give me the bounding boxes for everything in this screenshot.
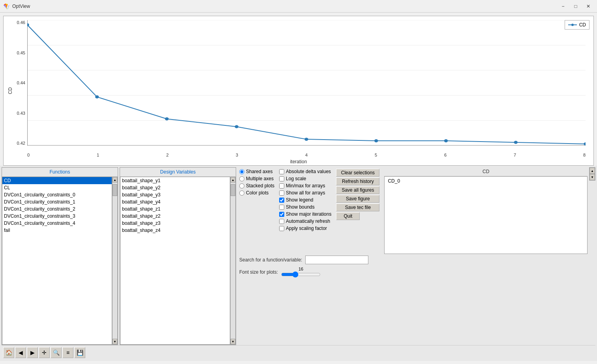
right-scrollbar[interactable]: ▲ ▼	[589, 167, 595, 181]
list-item[interactable]: boattail_shape_y4	[120, 198, 230, 205]
controls-top-row: Shared axes Multiple axes Stacked plots …	[238, 167, 595, 254]
forward-button[interactable]: ▶	[27, 347, 38, 358]
list-item[interactable]: DVCon1_circularity_constraints_2	[2, 205, 112, 213]
list-item[interactable]: DVCon1_circularity_constraints_3	[2, 213, 112, 220]
scroll-down-arrow[interactable]: ▼	[231, 339, 235, 344]
list-item[interactable]: boattail_shape_z4	[120, 227, 230, 234]
checkbox-group-1: Absolute delta values Log scale Min/max …	[278, 167, 333, 233]
bottom-panel: Functions CD CL DVCon1_circularity_const…	[0, 166, 597, 361]
checkbox-show-legend[interactable]: Show legend	[279, 197, 331, 203]
chart-plot	[27, 20, 586, 146]
titlebar-left: 🪁 OptView	[3, 3, 30, 9]
list-item[interactable]: boattail_shape_y1	[120, 177, 230, 184]
design-variables-list[interactable]: boattail_shape_y1 boattail_shape_y2 boat…	[120, 177, 230, 345]
functions-scrollbar[interactable]: ▲ ▼	[112, 177, 118, 345]
app-icon: 🪁	[3, 3, 10, 9]
legend-label: CD	[579, 22, 586, 28]
svg-point-9	[95, 95, 99, 99]
checkbox-absolute-delta[interactable]: Absolute delta values	[279, 169, 331, 174]
minimize-button[interactable]: −	[558, 2, 569, 10]
list-item[interactable]: CD_0	[386, 177, 586, 185]
save-all-figures-button[interactable]: Save all figures	[336, 186, 379, 194]
y-axis-labels: 0.46 0.45 0.44 0.43 0.42	[11, 20, 25, 146]
functions-list[interactable]: CD CL DVCon1_circularity_constraints_0 D…	[2, 177, 112, 345]
checkbox-show-major-iterations[interactable]: Show major iterations	[279, 211, 331, 217]
search-row: Search for a function/variable:	[238, 255, 595, 265]
font-size-row: Font size for plots: 16	[238, 266, 595, 278]
checkbox-apply-scaling[interactable]: Apply scaling factor	[279, 226, 331, 231]
scroll-thumb[interactable]	[113, 184, 117, 196]
list-item[interactable]: DVCon1_circularity_constraints_0	[2, 191, 112, 198]
font-size-slider-container: 16	[281, 267, 321, 278]
scroll-down-arrow[interactable]: ▼	[113, 339, 117, 344]
chart-xlabel: iteration	[290, 159, 307, 164]
list-item[interactable]: CD	[2, 177, 112, 184]
legend-line-icon	[568, 23, 577, 27]
svg-point-13	[374, 139, 378, 142]
svg-point-10	[165, 117, 169, 120]
scroll-up-arrow[interactable]: ▲	[589, 168, 595, 174]
font-size-label: Font size for plots:	[239, 269, 278, 275]
x-axis-labels: 0 1 2 3 4 5 6 7 8	[27, 153, 586, 157]
save-button[interactable]: 💾	[74, 347, 85, 358]
checkbox-minmax-arrays[interactable]: Min/max for arrays	[279, 183, 331, 189]
checkbox-show-all-arrays[interactable]: Show all for arrays	[279, 190, 331, 196]
font-size-slider[interactable]	[281, 271, 321, 278]
design-variables-header: Design Variables	[120, 168, 236, 177]
list-item[interactable]: DVCon1_circularity_constraints_4	[2, 220, 112, 227]
list-item[interactable]: CL	[2, 184, 112, 191]
window-controls: − □ ✕	[558, 2, 594, 10]
list-item[interactable]: fail	[2, 227, 112, 234]
main-bottom-row: Functions CD CL DVCon1_circularity_const…	[2, 167, 595, 345]
settings-button[interactable]: ≡	[62, 347, 73, 358]
save-tec-file-button[interactable]: Save tec file	[336, 203, 379, 211]
zoom-button[interactable]: ✛	[39, 347, 50, 358]
chart-svg	[27, 20, 586, 146]
radio-stacked-plots[interactable]: Stacked plots	[239, 183, 274, 189]
scroll-thumb[interactable]	[231, 184, 235, 196]
back-button[interactable]: ◀	[15, 347, 26, 358]
controls-area: Shared axes Multiple axes Stacked plots …	[238, 167, 595, 345]
checkbox-show-bounds[interactable]: Show bounds	[279, 204, 331, 210]
list-item[interactable]: DVCon1_circularity_constraints_1	[2, 198, 112, 205]
clear-selections-button[interactable]: Clear selections	[336, 169, 379, 177]
svg-point-16	[584, 142, 586, 146]
action-buttons: Clear selections Refresh history Save al…	[334, 167, 381, 222]
cd-panel-header: CD	[384, 167, 588, 176]
home-button[interactable]: 🏠	[3, 347, 14, 358]
toolbar: 🏠 ◀ ▶ ✛ 🔍 ≡ 💾	[2, 345, 595, 359]
app-title: OptView	[12, 4, 30, 9]
radio-shared-axes[interactable]: Shared axes	[239, 169, 274, 174]
radio-multiple-axes[interactable]: Multiple axes	[239, 176, 274, 181]
titlebar: 🪁 OptView − □ ✕	[0, 0, 597, 13]
svg-point-14	[444, 139, 448, 142]
list-item[interactable]: boattail_shape_z1	[120, 205, 230, 213]
cd-list[interactable]: CD_0	[384, 176, 588, 254]
svg-point-12	[304, 138, 308, 141]
scroll-down-arrow[interactable]: ▼	[589, 174, 595, 180]
chart-area: CD 0.46 0.45 0.44 0.43 0.42	[3, 16, 594, 166]
design-variables-scrollbar[interactable]: ▲ ▼	[230, 177, 236, 345]
refresh-history-button[interactable]: Refresh history	[336, 177, 379, 185]
list-item[interactable]: boattail_shape_z3	[120, 220, 230, 227]
font-size-value: 16	[281, 267, 321, 271]
maximize-button[interactable]: □	[570, 2, 581, 10]
radio-color-plots[interactable]: Color plots	[239, 190, 274, 196]
checkbox-auto-refresh[interactable]: Automatically refresh	[279, 218, 331, 224]
close-button[interactable]: ✕	[583, 2, 594, 10]
search-input[interactable]	[305, 256, 368, 264]
scroll-up-arrow[interactable]: ▲	[113, 177, 117, 183]
scroll-up-arrow[interactable]: ▲	[231, 177, 235, 183]
quit-button[interactable]: Quit	[336, 212, 360, 220]
design-variables-panel: Design Variables boattail_shape_y1 boatt…	[120, 167, 236, 345]
list-item[interactable]: boattail_shape_z2	[120, 213, 230, 220]
checkbox-log-scale[interactable]: Log scale	[279, 176, 331, 181]
save-figure-button[interactable]: Save figure	[336, 195, 379, 203]
radio-group: Shared axes Multiple axes Stacked plots …	[238, 167, 276, 197]
svg-point-15	[514, 141, 518, 144]
search-label: Search for a function/variable:	[239, 257, 302, 263]
functions-header: Functions	[2, 168, 118, 177]
list-item[interactable]: boattail_shape_y2	[120, 184, 230, 191]
search-button[interactable]: 🔍	[51, 347, 62, 358]
list-item[interactable]: boattail_shape_y3	[120, 191, 230, 198]
